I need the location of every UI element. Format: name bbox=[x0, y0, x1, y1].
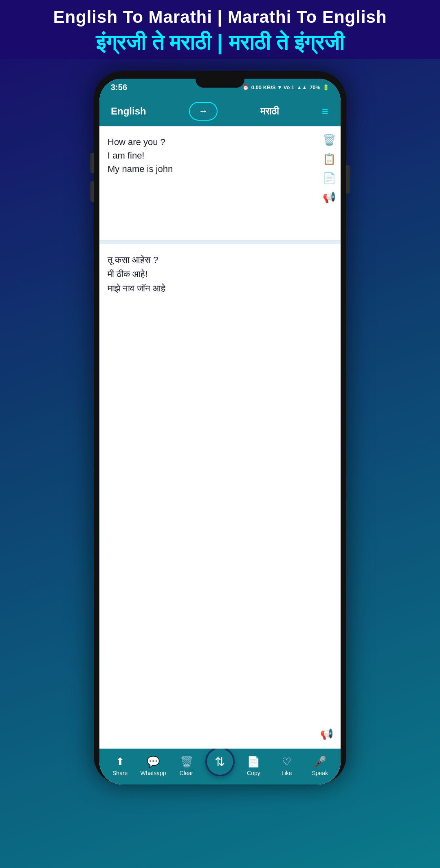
status-time: 3:56 bbox=[111, 83, 127, 92]
output-section: तू कसा आहेस ? मी ठीक आहे! माझे नाव जॉन आ… bbox=[99, 244, 341, 749]
like-icon: ♡ bbox=[282, 756, 291, 768]
input-line-2: I am fine! bbox=[108, 149, 332, 162]
copy-label: Copy bbox=[247, 770, 260, 776]
vol-up-button[interactable] bbox=[90, 153, 94, 173]
input-line-1: How are you ? bbox=[108, 135, 332, 149]
phone-notch bbox=[196, 79, 244, 88]
mic-icon: 🎤 bbox=[313, 756, 326, 768]
input-action-icons: 🗑️ 📋 📄 📢 bbox=[323, 134, 336, 204]
menu-button[interactable]: ≡ bbox=[322, 105, 329, 118]
translate-fab-button[interactable]: ⇅ bbox=[205, 747, 235, 776]
bottom-nav: ⬆ Share 💬 Whatsapp 🗑️ Clear ⇅ 📄 Copy ♡ L… bbox=[99, 749, 341, 784]
app-bar: English → मराठी ≡ bbox=[99, 96, 341, 126]
battery-icon: 🔋 bbox=[323, 84, 329, 90]
clear-nav-item[interactable]: 🗑️ Clear bbox=[172, 756, 201, 776]
share-label: Share bbox=[112, 770, 128, 776]
translate-icon: ⇅ bbox=[215, 755, 225, 769]
copy-nav-item[interactable]: 📄 Copy bbox=[239, 756, 268, 776]
input-line-3: My name is john bbox=[108, 162, 332, 176]
banner-subtitle: इंग्रजी ते मराठी | मराठी ते इंग्रजी bbox=[8, 30, 432, 55]
output-line-1: तू कसा आहेस ? bbox=[108, 253, 332, 267]
hamburger-icon: ≡ bbox=[322, 105, 329, 117]
speak-output-icon[interactable]: 📢 bbox=[320, 728, 333, 740]
signal-bars: ▲▲ bbox=[297, 84, 307, 90]
like-nav-item[interactable]: ♡ Like bbox=[273, 756, 301, 776]
speak-nav-item[interactable]: 🎤 Speak bbox=[306, 756, 334, 776]
network-speed: 0.00 KB/S bbox=[251, 84, 276, 90]
output-line-3: माझे नाव जॉन आहे bbox=[108, 281, 332, 295]
like-label: Like bbox=[282, 770, 292, 776]
input-section: How are you ? I am fine! My name is john… bbox=[99, 126, 341, 240]
arrow-right-icon: → bbox=[199, 106, 208, 117]
wifi-icon: ▾ bbox=[278, 84, 281, 90]
clear-icon: 🗑️ bbox=[180, 756, 193, 768]
input-text[interactable]: How are you ? I am fine! My name is john bbox=[108, 135, 332, 176]
status-icons: ⏰ 0.00 KB/S ▾ Vo 1 ▲▲ 70% 🔋 bbox=[242, 84, 329, 90]
alarm-icon: ⏰ bbox=[242, 84, 249, 90]
source-language[interactable]: English bbox=[111, 106, 146, 117]
whatsapp-label: Whatsapp bbox=[141, 770, 166, 776]
speak-input-icon[interactable]: 📢 bbox=[323, 191, 336, 204]
share-nav-item[interactable]: ⬆ Share bbox=[106, 756, 134, 776]
share-icon: ⬆ bbox=[116, 756, 125, 768]
banner-title: English To Marathi | Marathi To English bbox=[8, 7, 432, 27]
swap-language-button[interactable]: → bbox=[189, 102, 218, 121]
whatsapp-nav-item[interactable]: 💬 Whatsapp bbox=[139, 756, 167, 776]
top-banner: English To Marathi | Marathi To English … bbox=[0, 0, 440, 59]
speak-label: Speak bbox=[312, 770, 328, 776]
signal-icon: Vo 1 bbox=[284, 84, 295, 90]
content-area: How are you ? I am fine! My name is john… bbox=[99, 126, 341, 749]
phone-device: 3:56 ⏰ 0.00 KB/S ▾ Vo 1 ▲▲ 70% 🔋 English… bbox=[94, 71, 346, 784]
vol-down-button[interactable] bbox=[90, 181, 94, 202]
whatsapp-icon: 💬 bbox=[147, 756, 160, 768]
delete-icon[interactable]: 🗑️ bbox=[323, 134, 336, 146]
copy-pages-icon[interactable]: 📄 bbox=[323, 172, 336, 185]
target-language[interactable]: मराठी bbox=[260, 106, 279, 117]
copy-icon: 📄 bbox=[247, 756, 260, 768]
battery-level: 70% bbox=[310, 84, 320, 90]
clear-label: Clear bbox=[180, 770, 193, 776]
output-text: तू कसा आहेस ? मी ठीक आहे! माझे नाव जॉन आ… bbox=[108, 253, 332, 296]
output-line-2: मी ठीक आहे! bbox=[108, 267, 332, 281]
phone-screen: 3:56 ⏰ 0.00 KB/S ▾ Vo 1 ▲▲ 70% 🔋 English… bbox=[99, 79, 341, 784]
section-divider bbox=[99, 240, 341, 244]
clipboard-icon[interactable]: 📋 bbox=[323, 153, 336, 165]
power-button[interactable] bbox=[346, 165, 350, 194]
